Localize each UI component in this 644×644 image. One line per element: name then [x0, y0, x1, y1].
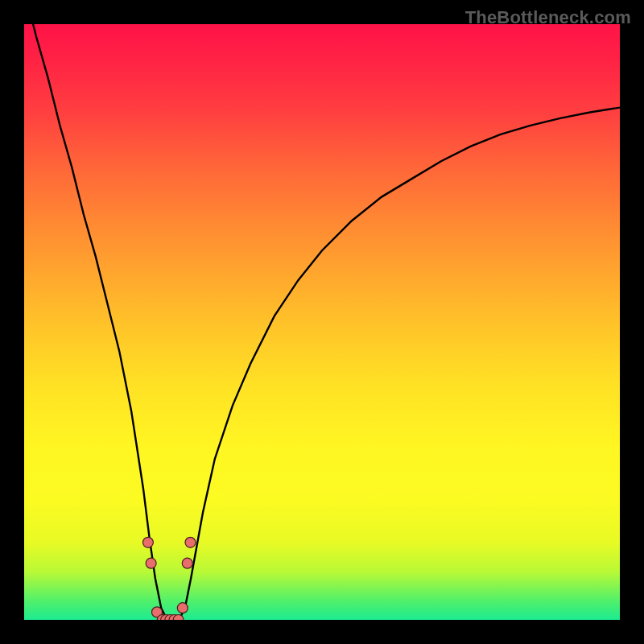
data-marker — [177, 603, 188, 613]
chart-container: TheBottleneck.com — [0, 0, 644, 644]
watermark-text: TheBottleneck.com — [465, 7, 631, 28]
data-marker — [146, 558, 156, 568]
data-marker — [142, 537, 153, 547]
plot-area — [24, 24, 620, 620]
bottleneck-curve — [24, 24, 620, 620]
data-marker — [185, 537, 196, 547]
data-marker — [182, 558, 192, 568]
